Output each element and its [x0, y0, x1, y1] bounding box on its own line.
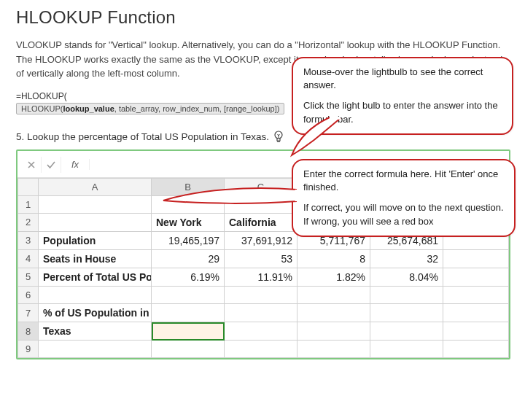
cell[interactable]: 29	[152, 249, 225, 268]
select-all-corner[interactable]	[18, 178, 39, 195]
cell[interactable]	[443, 249, 509, 268]
cell[interactable]	[298, 304, 370, 322]
cell[interactable]: Seats in House	[39, 249, 152, 268]
row-header[interactable]: 8	[18, 322, 39, 341]
cell[interactable]: Population	[39, 231, 152, 249]
cell[interactable]	[370, 322, 443, 341]
syntax-tooltip: HLOOKUP(lookup_value, table_array, row_i…	[16, 103, 284, 114]
row-header[interactable]: 2	[18, 213, 39, 231]
cell[interactable]	[39, 341, 152, 358]
cell[interactable]	[370, 304, 443, 322]
lightbulb-icon[interactable]	[273, 131, 284, 144]
cell[interactable]: 8.04%	[370, 268, 443, 287]
cell[interactable]	[370, 341, 443, 358]
cell[interactable]: Percent of Total US Population	[39, 268, 152, 287]
syntax-prefix: HLOOKUP(	[21, 104, 63, 113]
cell[interactable]	[298, 322, 370, 341]
cell[interactable]: 1.82%	[298, 268, 370, 287]
syntax-bold-arg: lookup_value	[63, 104, 114, 113]
cell[interactable]	[443, 341, 509, 358]
cell[interactable]: 53	[225, 249, 298, 268]
cell[interactable]	[152, 304, 225, 322]
row-header[interactable]: 4	[18, 249, 39, 268]
cell[interactable]	[225, 287, 298, 304]
enter-icon[interactable]	[42, 157, 61, 173]
callout-text: Mouse-over the lightbulb to see the corr…	[303, 66, 502, 92]
cell[interactable]	[39, 213, 152, 231]
cell[interactable]	[370, 287, 443, 304]
cell[interactable]	[39, 195, 152, 213]
row-header[interactable]: 7	[18, 304, 39, 322]
cell[interactable]: 32	[370, 249, 443, 268]
cell[interactable]	[443, 322, 509, 341]
cell[interactable]	[39, 287, 152, 304]
cell[interactable]	[225, 322, 298, 341]
active-cell[interactable]	[152, 322, 225, 341]
row-header[interactable]: 6	[18, 287, 39, 304]
row-header[interactable]: 1	[18, 195, 39, 213]
fx-label[interactable]: fx	[61, 159, 90, 170]
cell[interactable]	[152, 341, 225, 358]
syntax-rest: , table_array, row_index_num, [range_loo…	[114, 104, 280, 113]
row-header[interactable]: 9	[18, 341, 39, 358]
question-text: 5. Lookup the percentage of Total US Pop…	[16, 131, 269, 142]
cell[interactable]	[298, 341, 370, 358]
callout-text: If correct, you will move on to the next…	[303, 201, 504, 228]
cell[interactable]	[225, 304, 298, 322]
cancel-icon[interactable]	[22, 157, 42, 173]
cell[interactable]: 6.19%	[152, 268, 225, 287]
row-header[interactable]: 5	[18, 268, 39, 287]
cell[interactable]: 11.91%	[225, 268, 298, 287]
cell[interactable]	[225, 341, 298, 358]
cell[interactable]: 37,691,912	[225, 231, 298, 249]
callout-formula: Enter the correct formula here. Hit 'Ent…	[292, 159, 516, 237]
callout-lightbulb: Mouse-over the lightbulb to see the corr…	[292, 57, 513, 135]
callout-text: Enter the correct formula here. Hit 'Ent…	[303, 168, 504, 194]
cell[interactable]	[298, 287, 370, 304]
cell[interactable]: Texas	[39, 322, 152, 341]
cell[interactable]: 19,465,197	[152, 231, 225, 249]
page-title: HLOOKUP Function	[16, 7, 510, 28]
cell[interactable]	[443, 287, 509, 304]
svg-line-4	[279, 134, 280, 136]
cell[interactable]	[443, 304, 509, 322]
cell[interactable]: 8	[298, 249, 370, 268]
cell[interactable]: % of US Population in	[39, 304, 152, 322]
col-header-A[interactable]: A	[39, 178, 152, 195]
cell[interactable]	[152, 287, 225, 304]
row-header[interactable]: 3	[18, 231, 39, 249]
cell[interactable]	[443, 268, 509, 287]
